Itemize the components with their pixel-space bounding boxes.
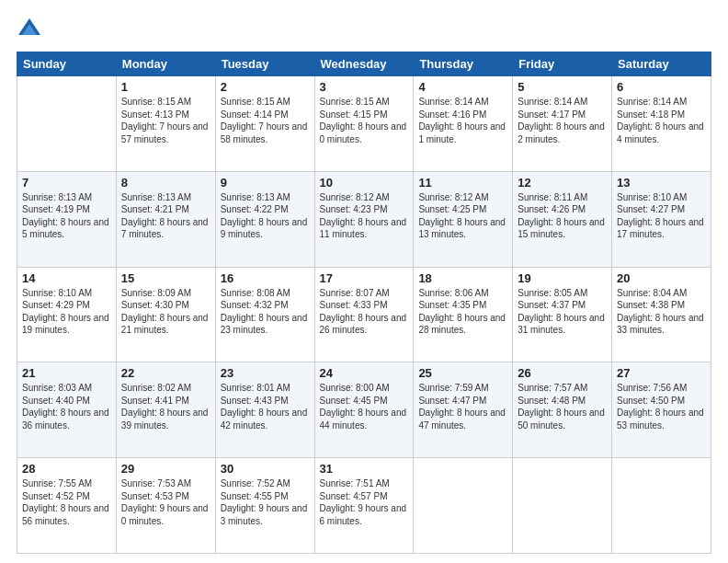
day-number: 4: [418, 80, 507, 94]
cell-sunset: Sunset: 4:57 PM: [320, 491, 388, 501]
cell-sunrise: Sunrise: 8:05 AM: [518, 288, 587, 298]
calendar-cell: 17 Sunrise: 8:07 AM Sunset: 4:33 PM Dayl…: [314, 267, 414, 362]
cell-sunrise: Sunrise: 8:03 AM: [22, 383, 92, 393]
cell-sunset: Sunset: 4:18 PM: [617, 109, 685, 120]
calendar-table: SundayMondayTuesdayWednesdayThursdayFrid…: [17, 52, 711, 554]
calendar-week-1: 7 Sunrise: 8:13 AM Sunset: 4:19 PM Dayli…: [17, 171, 711, 267]
cell-sunrise: Sunrise: 7:59 AM: [418, 383, 488, 393]
day-number: 15: [121, 271, 210, 285]
calendar-cell: [513, 458, 612, 554]
cell-sunrise: Sunrise: 7:51 AM: [320, 478, 390, 488]
calendar-cell: 24 Sunrise: 8:00 AM Sunset: 4:45 PM Dayl…: [314, 362, 414, 458]
day-header-friday: Friday: [513, 52, 612, 76]
calendar-cell: 1 Sunrise: 8:15 AM Sunset: 4:13 PM Dayli…: [116, 76, 215, 172]
day-header-monday: Monday: [116, 52, 215, 76]
cell-sunrise: Sunrise: 7:53 AM: [121, 478, 191, 488]
day-number: 5: [518, 80, 607, 94]
cell-sunrise: Sunrise: 8:11 AM: [518, 192, 587, 202]
day-number: 6: [617, 80, 706, 94]
calendar-cell: [612, 458, 711, 554]
cell-sunrise: Sunrise: 8:15 AM: [121, 97, 191, 107]
day-number: 29: [121, 462, 210, 476]
page: SundayMondayTuesdayWednesdayThursdayFrid…: [0, 0, 728, 563]
cell-daylight: Daylight: 8 hours and 19 minutes.: [22, 313, 109, 336]
day-number: 1: [121, 80, 210, 94]
cell-sunrise: Sunrise: 8:15 AM: [320, 97, 390, 107]
cell-sunrise: Sunrise: 8:04 AM: [617, 288, 687, 298]
day-number: 18: [418, 271, 507, 285]
logo-icon: [17, 17, 42, 42]
cell-sunset: Sunset: 4:27 PM: [617, 204, 685, 214]
cell-sunset: Sunset: 4:47 PM: [418, 396, 486, 406]
cell-daylight: Daylight: 8 hours and 21 minutes.: [121, 313, 209, 336]
cell-sunrise: Sunrise: 7:56 AM: [617, 383, 687, 393]
cell-sunset: Sunset: 4:40 PM: [22, 396, 90, 406]
day-number: 25: [418, 366, 507, 380]
calendar-cell: 9 Sunrise: 8:13 AM Sunset: 4:22 PM Dayli…: [215, 171, 314, 267]
cell-daylight: Daylight: 8 hours and 5 minutes.: [22, 217, 109, 240]
day-number: 30: [221, 462, 310, 476]
calendar-week-2: 14 Sunrise: 8:10 AM Sunset: 4:29 PM Dayl…: [17, 267, 711, 362]
calendar-cell: 29 Sunrise: 7:53 AM Sunset: 4:53 PM Dayl…: [116, 458, 215, 554]
calendar-cell: 30 Sunrise: 7:52 AM Sunset: 4:55 PM Dayl…: [215, 458, 314, 554]
cell-sunrise: Sunrise: 8:12 AM: [320, 192, 390, 202]
day-number: 7: [22, 176, 111, 190]
calendar-cell: 28 Sunrise: 7:55 AM Sunset: 4:52 PM Dayl…: [17, 458, 117, 554]
cell-daylight: Daylight: 8 hours and 1 minute.: [418, 121, 506, 144]
cell-sunrise: Sunrise: 8:10 AM: [617, 192, 687, 202]
day-number: 24: [320, 366, 409, 380]
day-number: 23: [221, 366, 310, 380]
day-number: 2: [221, 80, 310, 94]
cell-sunrise: Sunrise: 7:55 AM: [22, 478, 92, 488]
day-number: 26: [518, 366, 607, 380]
day-number: 20: [617, 271, 706, 285]
day-number: 31: [320, 462, 409, 476]
cell-sunset: Sunset: 4:37 PM: [518, 300, 586, 310]
cell-daylight: Daylight: 8 hours and 9 minutes.: [221, 217, 308, 240]
calendar-cell: 22 Sunrise: 8:02 AM Sunset: 4:41 PM Dayl…: [116, 362, 215, 458]
cell-daylight: Daylight: 8 hours and 44 minutes.: [320, 408, 407, 431]
cell-daylight: Daylight: 8 hours and 31 minutes.: [518, 313, 605, 336]
calendar-week-4: 28 Sunrise: 7:55 AM Sunset: 4:52 PM Dayl…: [17, 458, 711, 554]
calendar-cell: [414, 458, 513, 554]
day-header-sunday: Sunday: [17, 52, 117, 76]
calendar-cell: 23 Sunrise: 8:01 AM Sunset: 4:43 PM Dayl…: [215, 362, 314, 458]
cell-sunset: Sunset: 4:43 PM: [221, 396, 289, 406]
cell-sunrise: Sunrise: 8:14 AM: [418, 97, 488, 107]
cell-daylight: Daylight: 7 hours and 58 minutes.: [221, 121, 308, 144]
cell-sunset: Sunset: 4:48 PM: [518, 396, 586, 406]
cell-sunset: Sunset: 4:19 PM: [22, 204, 90, 214]
cell-sunrise: Sunrise: 8:02 AM: [121, 383, 191, 393]
calendar-week-0: 1 Sunrise: 8:15 AM Sunset: 4:13 PM Dayli…: [17, 76, 711, 172]
cell-sunset: Sunset: 4:13 PM: [121, 109, 189, 120]
cell-sunset: Sunset: 4:23 PM: [320, 204, 388, 214]
day-number: 3: [320, 80, 409, 94]
calendar-cell: 26 Sunrise: 7:57 AM Sunset: 4:48 PM Dayl…: [513, 362, 612, 458]
cell-daylight: Daylight: 8 hours and 47 minutes.: [418, 408, 506, 431]
calendar-cell: 15 Sunrise: 8:09 AM Sunset: 4:30 PM Dayl…: [116, 267, 215, 362]
cell-sunset: Sunset: 4:41 PM: [121, 396, 189, 406]
cell-daylight: Daylight: 8 hours and 13 minutes.: [418, 217, 506, 240]
logo: [17, 17, 46, 42]
cell-daylight: Daylight: 7 hours and 57 minutes.: [121, 121, 209, 144]
cell-sunrise: Sunrise: 8:06 AM: [418, 288, 488, 298]
cell-sunrise: Sunrise: 8:00 AM: [320, 383, 390, 393]
calendar-cell: 10 Sunrise: 8:12 AM Sunset: 4:23 PM Dayl…: [314, 171, 414, 267]
calendar-cell: 18 Sunrise: 8:06 AM Sunset: 4:35 PM Dayl…: [414, 267, 513, 362]
cell-sunset: Sunset: 4:38 PM: [617, 300, 685, 310]
cell-sunset: Sunset: 4:15 PM: [320, 109, 388, 120]
cell-daylight: Daylight: 8 hours and 56 minutes.: [22, 503, 109, 526]
calendar-cell: 6 Sunrise: 8:14 AM Sunset: 4:18 PM Dayli…: [612, 76, 711, 172]
cell-sunrise: Sunrise: 7:52 AM: [221, 478, 290, 488]
cell-sunset: Sunset: 4:14 PM: [221, 109, 289, 120]
day-number: 28: [22, 462, 111, 476]
cell-sunset: Sunset: 4:17 PM: [518, 109, 586, 120]
day-header-thursday: Thursday: [414, 52, 513, 76]
day-number: 11: [418, 176, 507, 190]
cell-sunrise: Sunrise: 8:01 AM: [221, 383, 290, 393]
cell-daylight: Daylight: 8 hours and 39 minutes.: [121, 408, 209, 431]
cell-sunrise: Sunrise: 8:09 AM: [121, 288, 191, 298]
calendar-cell: 12 Sunrise: 8:11 AM Sunset: 4:26 PM Dayl…: [513, 171, 612, 267]
cell-daylight: Daylight: 9 hours and 3 minutes.: [221, 503, 308, 526]
cell-sunrise: Sunrise: 8:12 AM: [418, 192, 488, 202]
